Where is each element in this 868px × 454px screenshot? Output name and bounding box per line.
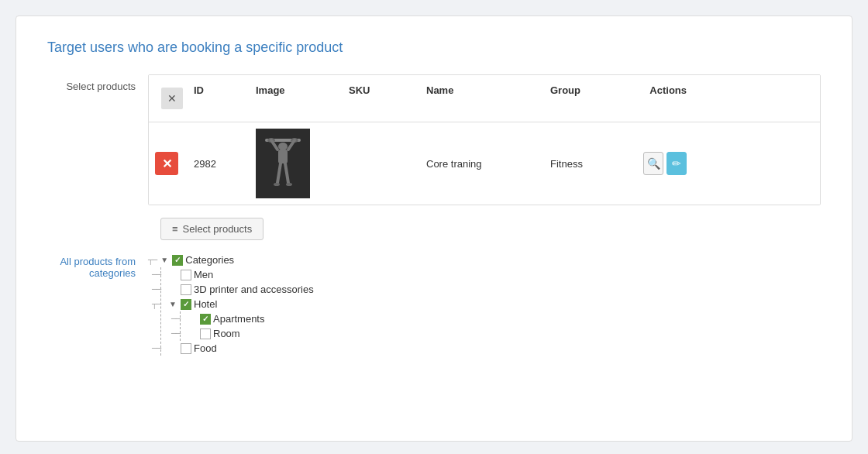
tree-connector: ── xyxy=(171,314,180,324)
row-group: Fitness xyxy=(544,155,637,173)
table-header: ✕ ID Image SKU Name Group Actions xyxy=(149,75,820,122)
checkbox-3dprinter[interactable] xyxy=(181,284,191,295)
tree-label-food: Food xyxy=(194,342,217,354)
hamburger-icon: ≡ xyxy=(172,223,178,235)
close-icon: ✕ xyxy=(167,92,177,105)
row-delete-cell: ✕ xyxy=(149,146,188,181)
tree-item-apartments: ── Apartments xyxy=(187,311,821,326)
tree-connector: ── xyxy=(152,284,160,294)
all-products-label: All products fromcategories xyxy=(47,253,148,279)
checkbox-food[interactable] xyxy=(181,343,191,354)
products-table: ✕ ID Image SKU Name Group Actions ✕ 2982 xyxy=(148,74,821,205)
tree-connector: ┬─ xyxy=(152,299,160,309)
row-image xyxy=(250,126,343,201)
edit-icon: ✏ xyxy=(672,157,681,170)
select-products-label: Select products xyxy=(47,74,148,92)
tree-item-hotel: ┬─ ▼ Hotel xyxy=(167,297,821,311)
tree-label-room: Room xyxy=(213,328,240,339)
delete-row-button[interactable]: ✕ xyxy=(155,152,178,175)
table-row: ✕ 2982 xyxy=(149,122,820,205)
tree-connector: ── xyxy=(152,270,160,280)
expand-icon[interactable]: ▼ xyxy=(159,255,170,266)
row-id: 2982 xyxy=(188,155,250,173)
select-products-button[interactable]: ≡ Select products xyxy=(160,218,264,240)
svg-line-8 xyxy=(285,163,288,183)
svg-line-7 xyxy=(277,163,281,183)
tree-label-3dprinter: 3D printer and accessories xyxy=(194,284,314,295)
svg-rect-6 xyxy=(278,150,288,163)
action-buttons: 🔍 ✏ xyxy=(643,152,693,175)
checkbox-men[interactable] xyxy=(181,270,191,280)
tree-item-3dprinter: ── 3D printer and accessories xyxy=(167,282,821,297)
search-icon: 🔍 xyxy=(647,157,660,170)
tree-connector: ── xyxy=(152,343,160,353)
clear-all-button[interactable]: ✕ xyxy=(161,88,183,109)
checkbox-hotel[interactable] xyxy=(181,299,191,310)
svg-point-9 xyxy=(274,183,280,186)
col-actions-header: Actions xyxy=(637,81,699,115)
checkbox-room[interactable] xyxy=(200,328,211,339)
tree-label-men: Men xyxy=(194,269,213,280)
product-thumbnail xyxy=(256,129,310,198)
col-image-header: Image xyxy=(250,81,343,115)
expand-icon-hotel[interactable]: ▼ xyxy=(167,299,178,310)
page-title: Target users who are booking a specific … xyxy=(47,40,821,56)
col-id-header: ID xyxy=(188,81,250,115)
tree-item-men: ── Men xyxy=(167,267,821,282)
row-name: Core traning xyxy=(420,155,544,173)
view-button[interactable]: 🔍 xyxy=(643,152,663,175)
col-sku-header: SKU xyxy=(343,81,420,115)
checkbox-categories[interactable] xyxy=(172,255,183,266)
checkbox-apartments[interactable] xyxy=(200,314,211,325)
tree-connector: ── xyxy=(171,328,180,339)
col-group-header: Group xyxy=(544,81,637,115)
col-clear: ✕ xyxy=(149,81,188,115)
select-products-button-label: Select products xyxy=(183,223,253,235)
tree-label-categories: Categories xyxy=(185,254,234,266)
tree-item-categories: ┬─ ▼ Categories xyxy=(148,253,821,267)
tree-connector: ┬─ xyxy=(148,255,157,265)
tree-label-hotel: Hotel xyxy=(194,298,217,310)
svg-point-10 xyxy=(286,183,292,186)
tree-item-food: ── Food xyxy=(167,341,821,356)
close-icon: ✕ xyxy=(162,156,172,171)
tree-label-apartments: Apartments xyxy=(213,313,264,325)
edit-button[interactable]: ✏ xyxy=(666,152,687,175)
category-tree: ┬─ ▼ Categories ── Men ── 3D xyxy=(148,253,821,356)
col-name-header: Name xyxy=(420,81,544,115)
row-actions: 🔍 ✏ xyxy=(637,149,699,178)
svg-point-5 xyxy=(278,143,288,150)
row-sku xyxy=(343,160,420,167)
tree-item-room: ── Room xyxy=(187,326,821,341)
